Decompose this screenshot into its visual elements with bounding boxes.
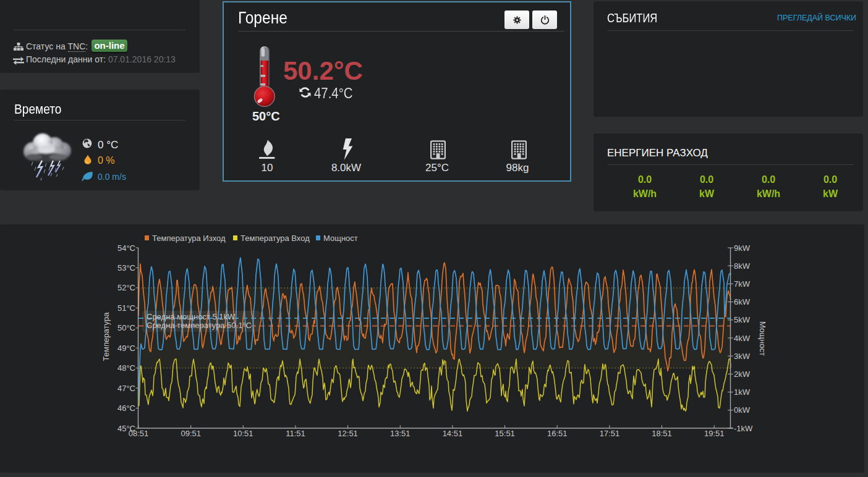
svg-text:52°C: 52°C <box>117 283 135 292</box>
svg-text:9kW: 9kW <box>734 243 751 253</box>
svg-text:Средна мощност 5.1kW: Средна мощност 5.1kW <box>147 312 236 321</box>
svg-text:8kW: 8kW <box>734 261 751 271</box>
svg-text:4kW: 4kW <box>734 334 751 343</box>
svg-text:48°C: 48°C <box>117 363 135 373</box>
svg-text:08:51: 08:51 <box>129 429 149 438</box>
svg-text:15:51: 15:51 <box>495 429 515 438</box>
svg-text:49°C: 49°C <box>117 344 135 353</box>
svg-text:16:51: 16:51 <box>547 429 568 438</box>
svg-text:54°C: 54°C <box>117 243 135 253</box>
svg-text:0kW: 0kW <box>734 405 751 415</box>
svg-text:Температура Вход: Температура Вход <box>240 234 310 243</box>
svg-text:Температура: Температура <box>101 312 111 361</box>
svg-text:14:51: 14:51 <box>443 429 463 438</box>
svg-text:Мощност: Мощност <box>758 321 767 356</box>
svg-text:53°C: 53°C <box>117 263 135 272</box>
svg-text:-1kW: -1kW <box>734 424 753 433</box>
svg-text:51°C: 51°C <box>117 303 135 313</box>
svg-text:13:51: 13:51 <box>390 429 411 438</box>
svg-text:11:51: 11:51 <box>286 429 305 438</box>
svg-text:2kW: 2kW <box>734 369 751 379</box>
svg-text:50°C: 50°C <box>117 323 135 332</box>
svg-text:5kW: 5kW <box>734 315 751 324</box>
svg-text:6kW: 6kW <box>734 297 751 306</box>
svg-text:12:51: 12:51 <box>338 429 358 438</box>
svg-text:Средна температура 50.1°C: Средна температура 50.1°C <box>147 321 252 330</box>
svg-text:10:51: 10:51 <box>233 429 253 438</box>
svg-text:Температура Изход: Температура Изход <box>152 234 226 243</box>
svg-text:3kW: 3kW <box>734 352 751 361</box>
svg-text:18:51: 18:51 <box>652 429 672 438</box>
svg-text:Мощност: Мощност <box>323 234 358 243</box>
svg-text:7kW: 7kW <box>734 279 751 289</box>
svg-text:09:51: 09:51 <box>181 429 201 438</box>
svg-text:46°C: 46°C <box>117 403 135 413</box>
svg-text:19:51: 19:51 <box>704 429 725 438</box>
svg-text:1kW: 1kW <box>734 387 751 397</box>
svg-text:47°C: 47°C <box>117 384 135 393</box>
svg-text:17:51: 17:51 <box>600 429 620 438</box>
